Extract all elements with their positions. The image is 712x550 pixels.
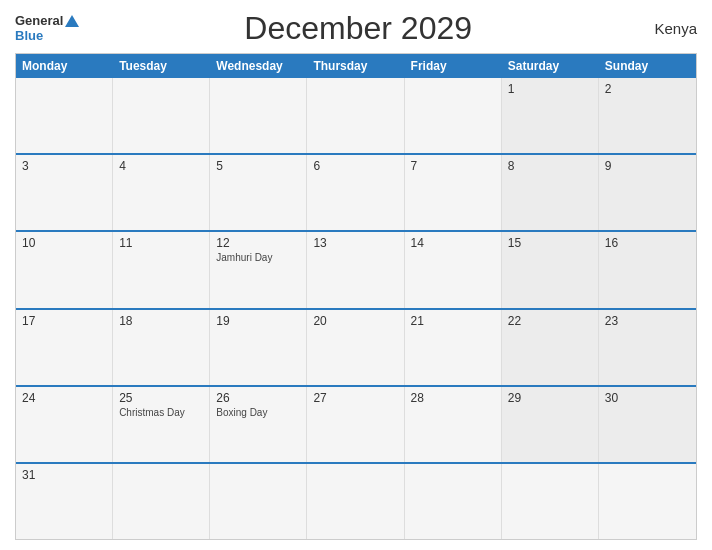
calendar-cell: 29 [502,387,599,462]
calendar-cell: 25Christmas Day [113,387,210,462]
day-number: 5 [216,159,300,173]
logo: General Blue [15,14,79,43]
day-number: 22 [508,314,592,328]
calendar-cell: 14 [405,232,502,307]
day-number: 30 [605,391,690,405]
calendar-cell: 30 [599,387,696,462]
day-number: 8 [508,159,592,173]
calendar-week-1: 3456789 [16,153,696,230]
holiday-name: Christmas Day [119,407,203,418]
day-header-wednesday: Wednesday [210,54,307,78]
day-number: 9 [605,159,690,173]
day-number: 16 [605,236,690,250]
calendar-cell: 3 [16,155,113,230]
day-number: 31 [22,468,106,482]
calendar-cell: 4 [113,155,210,230]
calendar-cell: 12Jamhuri Day [210,232,307,307]
calendar-week-2: 101112Jamhuri Day13141516 [16,230,696,307]
day-number: 10 [22,236,106,250]
day-number: 26 [216,391,300,405]
calendar-cell: 9 [599,155,696,230]
calendar-cell [502,464,599,539]
calendar-cell [210,464,307,539]
logo-general-text: General [15,14,63,28]
day-number: 17 [22,314,106,328]
day-number: 18 [119,314,203,328]
calendar-cell: 18 [113,310,210,385]
holiday-name: Boxing Day [216,407,300,418]
calendar-week-4: 2425Christmas Day26Boxing Day27282930 [16,385,696,462]
calendar-week-0: 12 [16,78,696,153]
calendar-cell [405,464,502,539]
calendar-cell: 20 [307,310,404,385]
day-header-thursday: Thursday [307,54,404,78]
holiday-name: Jamhuri Day [216,252,300,263]
day-number: 13 [313,236,397,250]
calendar-cell: 27 [307,387,404,462]
day-header-tuesday: Tuesday [113,54,210,78]
logo-blue-text: Blue [15,29,43,43]
day-number: 1 [508,82,592,96]
calendar-cell: 5 [210,155,307,230]
calendar-cell [405,78,502,153]
calendar-cell: 21 [405,310,502,385]
calendar-body: 123456789101112Jamhuri Day13141516171819… [16,78,696,539]
calendar-week-3: 17181920212223 [16,308,696,385]
day-number: 3 [22,159,106,173]
day-number: 11 [119,236,203,250]
day-number: 23 [605,314,690,328]
calendar-cell: 17 [16,310,113,385]
day-number: 7 [411,159,495,173]
calendar-cell: 2 [599,78,696,153]
calendar-cell: 8 [502,155,599,230]
day-number: 25 [119,391,203,405]
calendar-cell: 31 [16,464,113,539]
day-number: 15 [508,236,592,250]
page-title: December 2029 [79,10,637,47]
calendar-cell [599,464,696,539]
calendar-cell: 23 [599,310,696,385]
calendar-cell: 10 [16,232,113,307]
calendar-cell [307,78,404,153]
calendar-cell [113,464,210,539]
calendar-cell [307,464,404,539]
day-number: 12 [216,236,300,250]
calendar-header: MondayTuesdayWednesdayThursdayFridaySatu… [16,54,696,78]
logo-triangle-icon [65,15,79,27]
calendar-cell: 13 [307,232,404,307]
calendar-cell [210,78,307,153]
day-header-monday: Monday [16,54,113,78]
calendar: MondayTuesdayWednesdayThursdayFridaySatu… [15,53,697,540]
day-number: 19 [216,314,300,328]
day-number: 14 [411,236,495,250]
day-number: 21 [411,314,495,328]
calendar-cell: 19 [210,310,307,385]
calendar-cell: 26Boxing Day [210,387,307,462]
country-label: Kenya [637,20,697,37]
calendar-cell: 22 [502,310,599,385]
day-number: 27 [313,391,397,405]
calendar-cell: 7 [405,155,502,230]
day-number: 2 [605,82,690,96]
calendar-cell: 15 [502,232,599,307]
day-number: 29 [508,391,592,405]
calendar-cell: 6 [307,155,404,230]
day-header-saturday: Saturday [502,54,599,78]
day-header-friday: Friday [405,54,502,78]
calendar-cell: 16 [599,232,696,307]
calendar-week-5: 31 [16,462,696,539]
day-header-sunday: Sunday [599,54,696,78]
day-number: 6 [313,159,397,173]
calendar-cell [113,78,210,153]
day-number: 28 [411,391,495,405]
calendar-cell: 1 [502,78,599,153]
page-header: General Blue December 2029 Kenya [15,10,697,47]
day-number: 4 [119,159,203,173]
day-number: 24 [22,391,106,405]
calendar-cell: 11 [113,232,210,307]
calendar-cell [16,78,113,153]
calendar-cell: 28 [405,387,502,462]
calendar-cell: 24 [16,387,113,462]
day-number: 20 [313,314,397,328]
